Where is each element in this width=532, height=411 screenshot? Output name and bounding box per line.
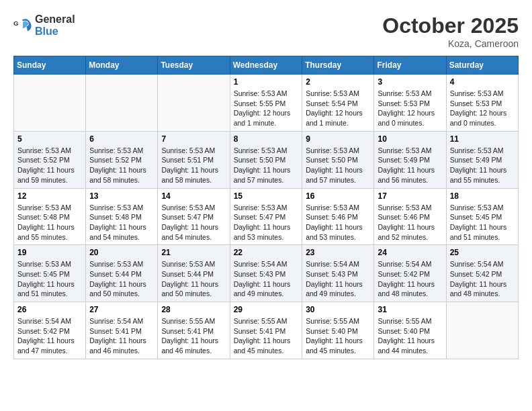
svg-text:G: G (13, 19, 19, 27)
weekday-header: Saturday (446, 56, 518, 75)
day-number: 27 (89, 305, 154, 314)
location: Koza, Cameroon (382, 38, 519, 49)
day-info: Sunrise: 5:55 AMSunset: 5:40 PMDaylight:… (306, 316, 370, 356)
day-number: 9 (306, 134, 370, 144)
day-info: Sunrise: 5:53 AMSunset: 5:44 PMDaylight:… (89, 259, 154, 299)
day-info: Sunrise: 5:53 AMSunset: 5:50 PMDaylight:… (306, 146, 370, 185)
calendar-week-row: 12Sunrise: 5:53 AMSunset: 5:48 PMDayligh… (14, 188, 519, 245)
calendar-week-row: 1Sunrise: 5:53 AMSunset: 5:55 PMDaylight… (14, 75, 519, 132)
day-info: Sunrise: 5:55 AMSunset: 5:41 PMDaylight:… (234, 316, 299, 356)
calendar-cell: 11Sunrise: 5:53 AMSunset: 5:49 PMDayligh… (446, 131, 518, 188)
calendar-cell: 9Sunrise: 5:53 AMSunset: 5:50 PMDaylight… (302, 131, 374, 188)
calendar-cell: 22Sunrise: 5:54 AMSunset: 5:43 PMDayligh… (230, 245, 302, 302)
day-info: Sunrise: 5:53 AMSunset: 5:54 PMDaylight:… (306, 89, 370, 128)
calendar-cell: 28Sunrise: 5:55 AMSunset: 5:41 PMDayligh… (158, 302, 230, 359)
day-number: 15 (234, 191, 299, 201)
day-number: 5 (17, 134, 82, 144)
calendar-cell: 3Sunrise: 5:53 AMSunset: 5:53 PMDaylight… (374, 75, 446, 132)
day-number: 12 (17, 191, 82, 201)
day-info: Sunrise: 5:53 AMSunset: 5:47 PMDaylight:… (234, 203, 299, 242)
day-info: Sunrise: 5:53 AMSunset: 5:53 PMDaylight:… (450, 89, 515, 128)
day-number: 8 (234, 134, 299, 144)
day-info: Sunrise: 5:53 AMSunset: 5:48 PMDaylight:… (17, 203, 82, 242)
calendar-cell: 12Sunrise: 5:53 AMSunset: 5:48 PMDayligh… (14, 188, 86, 245)
day-number: 3 (378, 77, 442, 87)
day-number: 4 (450, 77, 515, 87)
calendar-cell (14, 75, 86, 132)
calendar-cell: 10Sunrise: 5:53 AMSunset: 5:49 PMDayligh… (374, 131, 446, 188)
calendar-cell: 27Sunrise: 5:54 AMSunset: 5:41 PMDayligh… (86, 302, 158, 359)
calendar-cell: 14Sunrise: 5:53 AMSunset: 5:47 PMDayligh… (158, 188, 230, 245)
calendar-cell: 23Sunrise: 5:54 AMSunset: 5:43 PMDayligh… (302, 245, 374, 302)
day-number: 24 (378, 248, 442, 257)
calendar-week-row: 26Sunrise: 5:54 AMSunset: 5:42 PMDayligh… (14, 302, 519, 359)
day-number: 30 (306, 305, 370, 314)
calendar-cell: 16Sunrise: 5:53 AMSunset: 5:46 PMDayligh… (302, 188, 374, 245)
day-number: 20 (89, 248, 154, 257)
logo-blue: Blue (35, 26, 58, 37)
weekday-header: Thursday (302, 56, 374, 75)
calendar-cell (86, 75, 158, 132)
calendar-cell: 30Sunrise: 5:55 AMSunset: 5:40 PMDayligh… (302, 302, 374, 359)
title-block: October 2025 Koza, Cameroon (382, 13, 519, 49)
logo-icon: G (13, 16, 32, 35)
day-info: Sunrise: 5:53 AMSunset: 5:49 PMDaylight:… (450, 146, 515, 185)
calendar-cell: 31Sunrise: 5:55 AMSunset: 5:40 PMDayligh… (374, 302, 446, 359)
calendar-week-row: 5Sunrise: 5:53 AMSunset: 5:52 PMDaylight… (14, 131, 519, 188)
calendar-cell: 1Sunrise: 5:53 AMSunset: 5:55 PMDaylight… (230, 75, 302, 132)
day-info: Sunrise: 5:53 AMSunset: 5:47 PMDaylight:… (161, 203, 226, 242)
day-info: Sunrise: 5:54 AMSunset: 5:41 PMDaylight:… (89, 316, 154, 356)
day-number: 19 (17, 248, 82, 257)
calendar-cell: 19Sunrise: 5:53 AMSunset: 5:45 PMDayligh… (14, 245, 86, 302)
day-number: 16 (306, 191, 370, 201)
day-number: 23 (306, 248, 370, 257)
calendar-cell (158, 75, 230, 132)
day-info: Sunrise: 5:53 AMSunset: 5:55 PMDaylight:… (234, 89, 299, 128)
day-info: Sunrise: 5:53 AMSunset: 5:50 PMDaylight:… (234, 146, 299, 185)
day-number: 1 (234, 77, 299, 87)
calendar-cell: 18Sunrise: 5:53 AMSunset: 5:45 PMDayligh… (446, 188, 518, 245)
day-info: Sunrise: 5:54 AMSunset: 5:43 PMDaylight:… (234, 259, 299, 299)
calendar-cell: 26Sunrise: 5:54 AMSunset: 5:42 PMDayligh… (14, 302, 86, 359)
day-info: Sunrise: 5:53 AMSunset: 5:53 PMDaylight:… (378, 89, 442, 128)
calendar-week-row: 19Sunrise: 5:53 AMSunset: 5:45 PMDayligh… (14, 245, 519, 302)
calendar-header-row: SundayMondayTuesdayWednesdayThursdayFrid… (14, 56, 519, 75)
day-number: 28 (161, 305, 226, 314)
day-number: 11 (450, 134, 515, 144)
day-info: Sunrise: 5:53 AMSunset: 5:48 PMDaylight:… (89, 203, 154, 242)
day-info: Sunrise: 5:54 AMSunset: 5:42 PMDaylight:… (17, 316, 82, 356)
day-info: Sunrise: 5:54 AMSunset: 5:42 PMDaylight:… (450, 259, 515, 299)
calendar-cell: 5Sunrise: 5:53 AMSunset: 5:52 PMDaylight… (14, 131, 86, 188)
weekday-header: Wednesday (230, 56, 302, 75)
calendar-cell (446, 302, 518, 359)
day-number: 18 (450, 191, 515, 201)
day-info: Sunrise: 5:54 AMSunset: 5:43 PMDaylight:… (306, 259, 370, 299)
day-info: Sunrise: 5:55 AMSunset: 5:40 PMDaylight:… (378, 316, 442, 356)
calendar-cell: 17Sunrise: 5:53 AMSunset: 5:46 PMDayligh… (374, 188, 446, 245)
day-info: Sunrise: 5:53 AMSunset: 5:49 PMDaylight:… (378, 146, 442, 185)
logo-general: General (35, 13, 75, 25)
page-header: G General Blue October 2025 Koza, Camero… (13, 13, 519, 49)
weekday-header: Tuesday (158, 56, 230, 75)
day-number: 25 (450, 248, 515, 257)
calendar-cell: 8Sunrise: 5:53 AMSunset: 5:50 PMDaylight… (230, 131, 302, 188)
day-info: Sunrise: 5:53 AMSunset: 5:45 PMDaylight:… (17, 259, 82, 299)
day-number: 6 (89, 134, 154, 144)
weekday-header: Friday (374, 56, 446, 75)
weekday-header: Sunday (14, 56, 86, 75)
calendar-cell: 20Sunrise: 5:53 AMSunset: 5:44 PMDayligh… (86, 245, 158, 302)
month-title: October 2025 (382, 13, 519, 38)
logo: G General Blue (13, 13, 75, 37)
calendar-cell: 25Sunrise: 5:54 AMSunset: 5:42 PMDayligh… (446, 245, 518, 302)
day-number: 31 (378, 305, 442, 314)
day-info: Sunrise: 5:53 AMSunset: 5:44 PMDaylight:… (161, 259, 226, 299)
calendar-cell: 2Sunrise: 5:53 AMSunset: 5:54 PMDaylight… (302, 75, 374, 132)
weekday-header: Monday (86, 56, 158, 75)
day-number: 13 (89, 191, 154, 201)
day-number: 14 (161, 191, 226, 201)
day-number: 17 (378, 191, 442, 201)
calendar-table: SundayMondayTuesdayWednesdayThursdayFrid… (13, 56, 519, 359)
calendar-cell: 29Sunrise: 5:55 AMSunset: 5:41 PMDayligh… (230, 302, 302, 359)
calendar-cell: 15Sunrise: 5:53 AMSunset: 5:47 PMDayligh… (230, 188, 302, 245)
day-info: Sunrise: 5:53 AMSunset: 5:46 PMDaylight:… (306, 203, 370, 242)
